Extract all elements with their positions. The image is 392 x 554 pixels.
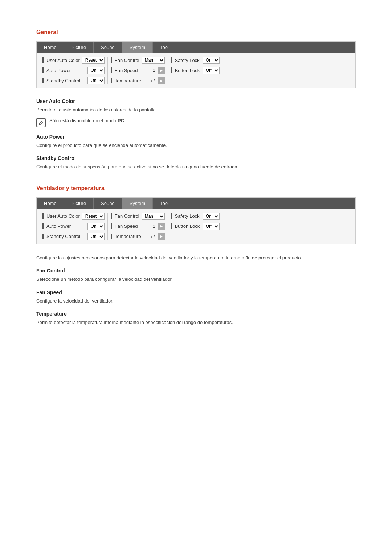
menu-row: Auto PowerOnOff [42, 223, 105, 230]
menu-col-1: Fan ControlMan...AutoFan Speed1▶Temperat… [108, 57, 168, 84]
row-label: Button Lock [175, 223, 200, 229]
arrow-button[interactable]: ▶ [158, 223, 165, 230]
tab-picture[interactable]: Picture [64, 42, 94, 53]
row-bar-icon [42, 57, 44, 63]
tab-sound[interactable]: Sound [94, 42, 122, 53]
row-bar-icon [42, 67, 44, 73]
row-bar-icon [111, 57, 112, 63]
row-bar-icon [111, 67, 112, 73]
row-bar-icon [111, 223, 112, 229]
row-bar-icon [42, 213, 44, 219]
tab-sound[interactable]: Sound [94, 198, 122, 209]
menu-row: Auto PowerOnOff [42, 67, 105, 74]
row-label: Temperature [115, 234, 146, 239]
row-label: Fan Speed [115, 223, 146, 229]
menu-col-0: User Auto ColorResetAuto PowerOnOffStand… [40, 57, 108, 84]
row-select[interactable]: OnOff [203, 213, 220, 220]
row-label: User Auto Color [46, 213, 80, 219]
menu-table: HomePictureSoundSystemToolUser Auto Colo… [36, 41, 356, 88]
tab-tool[interactable]: Tool [153, 42, 176, 53]
row-select[interactable]: OnOff [87, 77, 105, 84]
menu-row: Temperature77▶ [111, 77, 165, 84]
row-select[interactable]: Man...Auto [142, 57, 165, 64]
subsection-desc: Configure el producto para que se encien… [36, 142, 356, 149]
row-select[interactable]: OnOff [203, 67, 220, 74]
menu-row: Fan ControlMan...Auto [111, 57, 165, 64]
row-select[interactable]: OnOff [87, 233, 105, 240]
tab-picture[interactable]: Picture [64, 198, 94, 209]
menu-body: User Auto ColorResetAuto PowerOnOffStand… [37, 209, 355, 244]
menu-row: Temperature77▶ [111, 233, 165, 240]
row-bar-icon [171, 67, 172, 73]
row-value: 1 [148, 224, 155, 229]
row-value: 77 [148, 78, 155, 83]
row-bar-icon [111, 213, 112, 219]
note-text: Sólo está disponible en el modo PC. [49, 117, 126, 124]
note-icon [36, 118, 46, 127]
menu-row: Standby ControlOnOff [42, 77, 105, 84]
tab-tool[interactable]: Tool [153, 198, 176, 209]
menu-col-1: Fan ControlMan...AutoFan Speed1▶Temperat… [108, 213, 168, 240]
subsection-desc: Configure el modo de suspensión para que… [36, 163, 356, 171]
subsection-title: Fan Control [36, 268, 356, 274]
subsection-desc: Configure la velocidad del ventilador. [36, 297, 356, 305]
row-select[interactable]: OnOff [87, 67, 105, 74]
row-label: Fan Control [115, 58, 139, 63]
row-select[interactable]: Reset [82, 57, 105, 64]
menu-header: HomePictureSoundSystemTool [37, 198, 355, 209]
menu-row: Fan Speed1▶ [111, 223, 165, 230]
subsection-title: User Auto Color [36, 98, 356, 104]
subsection-desc: Permite el ajuste automático de los colo… [36, 106, 356, 114]
row-bar-icon [171, 223, 172, 229]
row-bar-icon [111, 78, 112, 83]
subsection-title: Standby Control [36, 155, 356, 161]
menu-col-2: Safety LockOnOffButton LockOnOff [168, 213, 222, 240]
menu-header: HomePictureSoundSystemTool [37, 42, 355, 53]
menu-row: User Auto ColorReset [42, 213, 105, 220]
app-container: GeneralHomePictureSoundSystemToolUser Au… [36, 29, 356, 326]
row-label: User Auto Color [46, 58, 80, 63]
menu-body: User Auto ColorResetAuto PowerOnOffStand… [37, 53, 355, 88]
menu-row: Button LockOnOff [171, 67, 220, 74]
tab-system[interactable]: System [122, 42, 153, 53]
row-label: Button Lock [175, 68, 200, 73]
row-label: Safety Lock [175, 213, 200, 219]
row-bar-icon [171, 213, 172, 219]
row-label: Auto Power [46, 223, 85, 229]
row-bar-icon [42, 234, 44, 239]
row-select[interactable]: Man...Auto [142, 213, 165, 220]
menu-row: Button LockOnOff [171, 223, 220, 230]
row-bar-icon [171, 57, 172, 63]
row-value: 1 [148, 68, 155, 73]
row-label: Fan Control [115, 213, 139, 219]
row-select[interactable]: OnOff [203, 223, 220, 230]
row-bar-icon [42, 223, 44, 229]
section-intro-desc: Configure los ajustes necesarios para de… [36, 254, 356, 262]
menu-col-2: Safety LockOnOffButton LockOnOff [168, 57, 222, 84]
row-select[interactable]: Reset [82, 213, 105, 220]
row-label: Temperature [115, 78, 146, 83]
menu-table: HomePictureSoundSystemToolUser Auto Colo… [36, 197, 356, 244]
row-label: Standby Control [46, 234, 85, 239]
menu-col-0: User Auto ColorResetAuto PowerOnOffStand… [40, 213, 108, 240]
arrow-button[interactable]: ▶ [158, 67, 165, 74]
row-bar-icon [42, 78, 44, 83]
tab-home[interactable]: Home [37, 42, 64, 53]
arrow-button[interactable]: ▶ [158, 233, 165, 240]
arrow-button[interactable]: ▶ [158, 77, 165, 84]
menu-row: Safety LockOnOff [171, 57, 220, 64]
row-label: Standby Control [46, 78, 85, 83]
subsection-desc: Seleccione un método para configurar la … [36, 276, 356, 283]
row-label: Fan Speed [115, 68, 146, 73]
section-spacer [36, 174, 356, 185]
row-select[interactable]: OnOff [87, 223, 105, 230]
tab-home[interactable]: Home [37, 198, 64, 209]
row-value: 77 [148, 234, 155, 239]
row-select[interactable]: OnOff [203, 57, 220, 64]
menu-row: Safety LockOnOff [171, 213, 220, 220]
row-label: Safety Lock [175, 58, 200, 63]
subsection-title: Temperature [36, 311, 356, 317]
subsection-title: Fan Speed [36, 290, 356, 295]
section-title-ventilador: Ventilador y temperatura [36, 185, 356, 192]
tab-system[interactable]: System [122, 198, 153, 209]
